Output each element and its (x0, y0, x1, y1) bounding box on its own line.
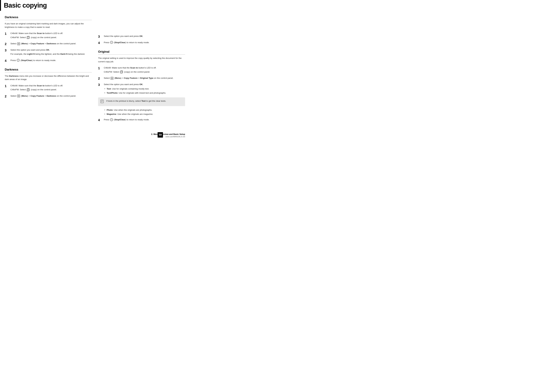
left-column: Darkness If you have an original contain… (5, 15, 92, 127)
copy-icon (27, 36, 30, 39)
step-line: Select (Menu) > Copy Feature > Darkness … (10, 94, 76, 98)
step-line: Press (Stop/Clear) to return to ready mo… (10, 59, 56, 62)
section-darkness-2: Darkness The Darkness menu lets you incr… (5, 68, 92, 98)
section-title-original: Original (98, 50, 185, 55)
step-sub-note: For example, the Light+5 being the light… (10, 52, 85, 56)
step-3-darkness-1: 3 Select the option you want and press O… (5, 48, 92, 56)
step-content: Select (Menu) > Copy Feature > Darkness … (10, 94, 76, 98)
section-original: Original The original setting is used to… (98, 50, 185, 122)
step-line: Select the option you want and press OK. (104, 35, 143, 38)
steps-list-original: 1 C46xW: Make sure that the Scan to butt… (98, 66, 185, 95)
bullet-item-magazine: Magazine: Use when the originals are mag… (104, 112, 185, 116)
page-header: Basic copying (0, 0, 190, 11)
step-2-darkness-1: 2 Select (Menu) > Copy Feature > Darknes… (5, 42, 92, 46)
stop-icon (110, 118, 113, 121)
menu-icon (110, 77, 113, 80)
step-2-darkness-2: 2 Select (Menu) > Copy Feature > Darknes… (5, 94, 92, 98)
step-line: C46xW: Make sure that the Scan to button… (10, 32, 63, 35)
step-line: Press (Stop/Clear) to return to ready mo… (104, 41, 149, 44)
step-number: 4 (5, 59, 8, 63)
page-number: 59 (158, 132, 163, 138)
step-number: 2 (5, 94, 8, 98)
step-content: Press (Stop/Clear) to return to ready mo… (10, 59, 56, 63)
section-darkness-1: Darkness If you have an original contain… (5, 15, 92, 63)
section-intro-original: The original setting is used to improve … (98, 57, 185, 63)
bullet-item-photo: Photo: Use when the originals are photog… (104, 108, 185, 112)
note-icon (100, 100, 104, 104)
step-number: 3 (5, 48, 8, 52)
steps-list-darkness-2: 1 C46xW: Make sure that the Scan to butt… (5, 84, 92, 98)
step-2-original: 2 Select (Menu) > Copy Feature > Origina… (98, 76, 185, 80)
step-number: 1 (5, 84, 8, 88)
step-line: Select the option you want and press OK. (10, 48, 85, 52)
step-number: 3 (98, 83, 102, 87)
step-content: C46xW: Make sure that the Scan to button… (10, 32, 63, 40)
step-content: Press (Stop/Clear) to return to ready mo… (104, 118, 149, 122)
svg-rect-21 (101, 100, 103, 103)
copy-icon (120, 71, 123, 73)
section-darkness-continued: 3 Select the option you want and press O… (98, 35, 185, 45)
step-content: C46xW: Make sure that the Scan to button… (104, 66, 156, 74)
step-content: Select the option you want and press OK.… (104, 83, 166, 95)
step-number: 1 (5, 32, 8, 36)
stop-icon (17, 59, 20, 62)
step-4-continued: 4 Press (Stop/Clear) to return to ready … (98, 41, 185, 45)
stop-icon (110, 41, 113, 44)
step-content: Select the option you want and press OK. (104, 35, 143, 39)
step-line: Select the option you want and press OK. (104, 83, 166, 86)
step-number: 2 (98, 76, 102, 80)
right-column: 3 Select the option you want and press O… (98, 15, 185, 127)
step-content: Select (Menu) > Copy Feature > Original … (104, 76, 173, 80)
section-title-darkness-1: Darkness (5, 15, 92, 20)
footer-chapter: 2. Menu Overview and Basic Setup (151, 133, 185, 135)
step-line: Select (Menu) > Copy Feature > Original … (104, 76, 173, 80)
step-number: 2 (5, 42, 8, 46)
steps-list-darkness-1: 1 C46xW: Make sure that the Scan to butt… (5, 32, 92, 63)
step-line: Select (Menu) > Copy Feature > Darkness … (10, 42, 76, 45)
note-text: If texts in the printout is blurry, sele… (106, 99, 166, 103)
section-intro-darkness-2: The Darkness menu lets you increase or d… (5, 74, 92, 81)
page-footer: 2. Menu Overview and Basic Setup www.use… (151, 133, 185, 138)
step-line: C46xW: Make sure that the Scan to button… (104, 66, 156, 70)
step-4-darkness-1: 4 Press (Stop/Clear) to return to ready … (5, 59, 92, 63)
menu-icon (17, 95, 20, 97)
copy-icon (27, 88, 30, 91)
menu-icon (17, 42, 20, 45)
step-1-original: 1 C46xW: Make sure that the Scan to butt… (98, 66, 185, 74)
steps-continued: 3 Select the option you want and press O… (98, 35, 185, 45)
bullet-list-original-3: Text: Use for originals containing mostl… (104, 87, 166, 95)
step-3-continued: 3 Select the option you want and press O… (98, 35, 185, 39)
step-content: Press (Stop/Clear) to return to ready mo… (104, 41, 149, 45)
step-line: C46xFW: Select (copy) on the control pan… (10, 88, 63, 91)
section-title-darkness-2: Darkness (5, 68, 92, 72)
step-line: C46xFW: Select (copy) on the control pan… (104, 70, 156, 74)
step-3-original: 3 Select the option you want and press O… (98, 83, 185, 95)
note-box: If texts in the printout is blurry, sele… (98, 97, 185, 106)
step-4-original: 4 Press (Stop/Clear) to return to ready … (98, 118, 185, 122)
bullet-item-text-photo: Text/Photo: Use for originals with mixed… (104, 91, 166, 95)
step-number: 3 (98, 35, 102, 39)
step-content: Select (Menu) > Copy Feature > Darkness … (10, 42, 76, 46)
step-number: 4 (98, 41, 102, 45)
step-line: Press (Stop/Clear) to return to ready mo… (104, 118, 149, 121)
footer-url: www.userMANUALS.net (151, 136, 185, 138)
step-content: Select the option you want and press OK.… (10, 48, 85, 56)
step-line: C46xW: Make sure that the Scan to button… (10, 84, 63, 87)
section-intro-darkness-1: If you have an original containing faint… (5, 22, 92, 29)
step-1-darkness-1: 1 C46xW: Make sure that the Scan to butt… (5, 32, 92, 40)
step-line: C46xFW: Select (copy) on the control pan… (10, 36, 63, 39)
page-title: Basic copying (4, 2, 190, 9)
step-number: 4 (98, 118, 102, 122)
step-number: 1 (98, 66, 102, 70)
step-1-darkness-2: 1 C46xW: Make sure that the Scan to butt… (5, 84, 92, 92)
note-pencil-icon (100, 100, 104, 103)
step-content: C46xW: Make sure that the Scan to button… (10, 84, 63, 92)
bullet-list-original-continued: Photo: Use when the originals are photog… (104, 108, 185, 116)
bullet-item-text: Text: Use for originals containing mostl… (104, 87, 166, 91)
steps-list-original-final: 4 Press (Stop/Clear) to return to ready … (98, 118, 185, 122)
